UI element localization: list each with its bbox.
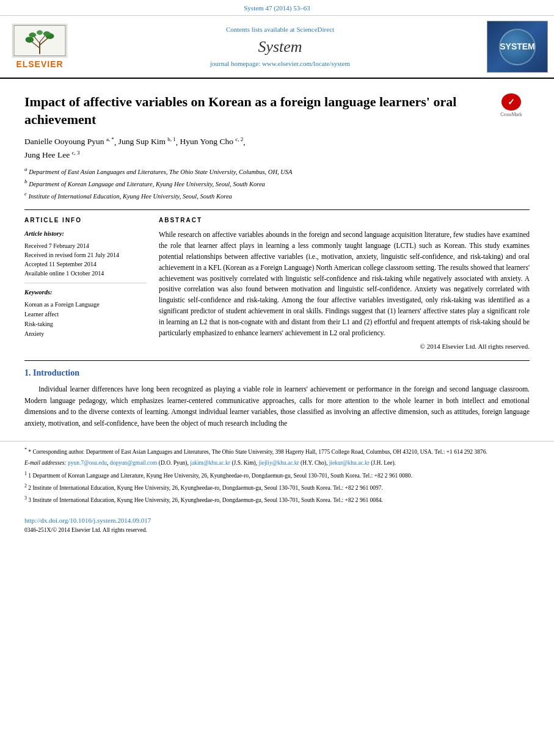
abstract-text: While research on affective variables ab… [159, 230, 530, 338]
science-direct-line: Contents lists available at ScienceDirec… [78, 25, 482, 34]
affiliations: a Department of East Asian Languages and… [24, 165, 530, 202]
email-label: E-mail addresses: [24, 460, 67, 466]
title-area: Impact of affective variables on Korean … [24, 93, 530, 128]
footnote-3: 3 3 Institute of International Education… [24, 495, 530, 504]
email-pyun2[interactable]: dopyun@gmail.com [110, 460, 158, 466]
introduction-section: 1. Introduction Individual learner diffe… [24, 367, 530, 429]
article-info-abstract: ARTICLE INFO Article history: Received 7… [24, 209, 530, 352]
doi-url[interactable]: http://dx.doi.org/10.1016/j.system.2014.… [24, 517, 151, 524]
footnote-2: 2 2 Institute of International Education… [24, 482, 530, 492]
article-title: Impact of affective variables on Korean … [24, 93, 530, 128]
author-1: Danielle Ooyoung Pyun a, * [24, 137, 114, 146]
keyword-2: Learner affect [24, 310, 147, 319]
accepted-date: Accepted 11 September 2014 [24, 260, 147, 269]
crossmark-label: CrossMark [500, 111, 522, 118]
article-info-heading: ARTICLE INFO [24, 216, 147, 225]
author-2: Jung Sup Kim b, 1 [118, 137, 176, 146]
affil-text-c: Institute of International Education, Ky… [29, 193, 232, 200]
svg-point-9 [43, 31, 51, 36]
article-info-column: ARTICLE INFO Article history: Received 7… [24, 216, 147, 352]
history-label: Article history: [24, 230, 147, 239]
fn1-text: 1 Department of Korean Language and Lite… [28, 473, 412, 479]
intro-paragraph: Individual learner differences have long… [24, 383, 530, 429]
fn3-text: 3 Institute of International Education, … [28, 498, 383, 504]
abstract-column: ABSTRACT While research on affective var… [159, 216, 530, 352]
elsevier-brand: ELSEVIER [16, 59, 63, 71]
homepage-url[interactable]: www.elsevier.com/locate/system [262, 60, 350, 67]
affiliation-c: c Institute of International Education, … [24, 190, 530, 201]
email-pyun[interactable]: pyun.7@osu.edu [68, 460, 107, 466]
journal-header: ELSEVIER Contents lists available at Sci… [0, 16, 554, 79]
fn2-text: 2 Institute of International Education, … [28, 485, 383, 491]
author-4-sup: c, 3 [72, 150, 80, 156]
authors-line: Danielle Ooyoung Pyun a, *, Jung Sup Kim… [24, 135, 530, 162]
author-3-sup: c, 2 [235, 136, 243, 142]
keyword-4: Anxiety [24, 329, 147, 339]
affil-label-b: b [24, 178, 27, 184]
affiliation-a: a Department of East Asian Languages and… [24, 165, 530, 176]
fn1-num: 1 [24, 471, 27, 476]
doi-link: http://dx.doi.org/10.1016/j.system.2014.… [24, 516, 530, 525]
main-content: Impact of affective variables on Korean … [0, 79, 554, 435]
footer: * * Corresponding author. Department of … [0, 441, 554, 540]
system-journal-logo: SYSTEM [487, 21, 548, 73]
svg-point-6 [26, 37, 34, 43]
section-divider [24, 360, 530, 361]
affil-text-a: Department of East Asian Languages and L… [29, 168, 292, 175]
keyword-3: Risk-taking [24, 319, 147, 329]
elsevier-logo: ELSEVIER [6, 24, 73, 71]
online-date: Available online 1 October 2014 [24, 269, 147, 278]
journal-title: System [78, 36, 482, 58]
abstract-heading: ABSTRACT [159, 216, 530, 225]
science-direct-link[interactable]: ScienceDirect [296, 26, 334, 33]
copyright-line: © 2014 Elsevier Ltd. All rights reserved… [159, 342, 530, 351]
crossmark-icon: ✓ [501, 93, 521, 111]
fn3-num: 3 [24, 495, 27, 501]
author-3: Hyun Yong Cho c, 2 [180, 137, 244, 146]
affil-label-a: a [24, 166, 27, 172]
email-lee[interactable]: jiekur@khu.ac.kr [329, 460, 370, 466]
keyword-1: Korean as a Foreign Language [24, 300, 147, 310]
fn2-num: 2 [24, 483, 27, 489]
affil-label-c: c [24, 191, 27, 197]
footnote-1: 1 1 Department of Korean Language and Li… [24, 470, 530, 480]
author-4: Jung Hee Lee c, 3 [24, 150, 80, 159]
info-divider [24, 283, 147, 283]
top-bar: System 47 (2014) 53–63 [0, 0, 554, 16]
affiliation-b: b Department of Korean Language and Lite… [24, 178, 530, 189]
tree-svg [13, 24, 67, 57]
star-icon: * [24, 447, 27, 453]
journal-center: Contents lists available at ScienceDirec… [78, 25, 482, 68]
intro-heading: 1. Introduction [24, 367, 530, 379]
author-1-sup: a, * [106, 136, 114, 142]
svg-point-8 [29, 32, 36, 37]
email-footnote: E-mail addresses: pyun.7@osu.edu, dopyun… [24, 459, 530, 467]
journal-volume-info: System 47 (2014) 53–63 [244, 4, 310, 12]
system-logo-text: SYSTEM [500, 41, 535, 53]
received-date: Received 7 February 2014 [24, 241, 147, 250]
revised-date: Received in revised form 21 July 2014 [24, 250, 147, 260]
star-footnote: * * Corresponding author. Department of … [24, 446, 530, 456]
email-kim[interactable]: jakim@khu.ac.kr [190, 460, 230, 466]
author-2-sup: b, 1 [167, 136, 176, 142]
crossmark-badge[interactable]: ✓ CrossMark [493, 93, 530, 118]
star-note-text: * Corresponding author. Department of Ea… [28, 449, 487, 455]
affil-text-b: Department of Korean Language and Litera… [29, 180, 265, 187]
issn-line: 0346-251X/© 2014 Elsevier Ltd. All right… [24, 526, 530, 534]
elsevier-tree-image [12, 24, 67, 57]
svg-point-10 [37, 30, 43, 35]
journal-homepage: journal homepage: www.elsevier.com/locat… [78, 59, 482, 68]
keywords-label: Keywords: [24, 288, 147, 297]
email-cho[interactable]: jiejliy@khu.ac.kr [258, 460, 299, 466]
page: System 47 (2014) 53–63 [0, 0, 554, 756]
